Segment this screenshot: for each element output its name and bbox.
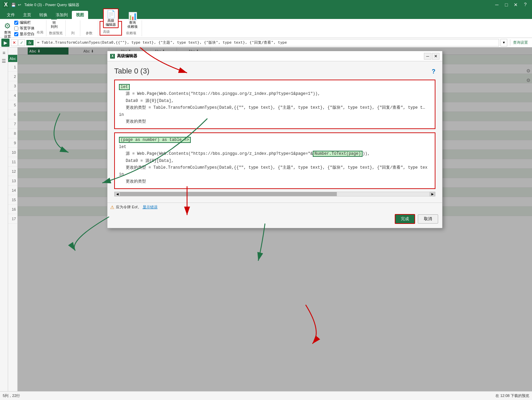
- status-text: 应为令牌 Eof。: [116, 205, 141, 210]
- row-num-18: 17: [8, 214, 17, 224]
- sidebar-icon-2[interactable]: ☰: [0, 57, 7, 65]
- modal-titlebar-left: X 高级编辑器: [110, 53, 137, 59]
- fx-label: fx: [26, 40, 34, 45]
- app-window: X 💾 ↩ Table 0 (3) - Power Query 编辑器 ─ □ …: [0, 0, 532, 400]
- modal-titlebar-controls: ─ ✕: [424, 53, 439, 60]
- modal-minimize-button[interactable]: ─: [424, 53, 431, 60]
- advanced-editor-button[interactable]: 📄 高级编辑器: [103, 8, 119, 28]
- code-line-data0: Data0 = 源{0}[Data],: [119, 98, 431, 104]
- display-blank-input[interactable]: [14, 32, 18, 36]
- formula-cancel-button[interactable]: ✕: [11, 39, 18, 46]
- help-icon[interactable]: ?: [521, 2, 529, 8]
- ribbon-group-datapreview: ▦ 转到列 数据预览: [46, 20, 66, 36]
- modal-status-bar: ⚠ 应为令牌 Eof。 显示错误: [107, 203, 442, 211]
- advanced-editor-modal: X 高级编辑器 ─ ✕ Table 0 (3) ?: [107, 51, 443, 228]
- mono-font-input[interactable]: [14, 26, 18, 30]
- title-bar-controls: ─ □ ✕ ?: [493, 2, 529, 8]
- ribbon-group-datapreview-items: ▦ 转到列: [49, 11, 63, 29]
- query-settings-button[interactable]: ⚙ 查询设置: [3, 21, 12, 36]
- row-num-15: 14: [8, 186, 17, 195]
- formula-confirm-button[interactable]: ✓: [18, 39, 25, 46]
- scrollbar-thumb[interactable]: [120, 192, 337, 196]
- code-line-let2: let: [119, 144, 431, 150]
- formula-bar: ▶ ✕ ✓ fx ▼ 查询设置: [0, 38, 532, 47]
- code-line-in: in: [119, 111, 431, 118]
- modal-titlebar: X 高级编辑器 ─ ✕: [107, 51, 442, 61]
- formula-bar-btns: ✕ ✓: [11, 39, 25, 46]
- row-num-2: 1: [8, 62, 17, 72]
- row-num-6: 5: [8, 100, 17, 110]
- modal-close-button[interactable]: ✕: [432, 53, 439, 60]
- code-line-source: 源 = Web.Page(Web.Contents("https://bbs.p…: [119, 90, 431, 97]
- done-button[interactable]: 完成: [395, 214, 415, 224]
- ribbon-group-col: 列: [66, 20, 80, 36]
- code-line-source2: 源 = Web.Page(Web.Contents("https://bbs.p…: [119, 150, 427, 157]
- modal-help-icon[interactable]: ?: [432, 68, 435, 75]
- col-group-label: 列: [71, 31, 75, 36]
- ribbon-group-deps-items: 📊 查询依赖项: [126, 11, 139, 29]
- ribbon-group-layout: ⚙ 查询设置 编辑栏 等宽字体 显示空白 布局: [0, 20, 46, 36]
- code-block-2[interactable]: (page as number) as table => let 源 = Web…: [114, 132, 435, 189]
- modal-overlay: X 高级编辑器 ─ ✕ Table 0 (3) ?: [18, 47, 532, 391]
- scrollbar-track[interactable]: [120, 192, 430, 196]
- query-settings-label: 查询设置: [510, 39, 531, 46]
- highlight-number-totext: Number.ToText(page): [313, 151, 363, 157]
- ribbon-group-deps: 📊 查询依赖项 依赖项: [123, 20, 142, 36]
- undo-icon[interactable]: ↩: [18, 3, 21, 7]
- tab-view[interactable]: 视图: [72, 11, 88, 19]
- ribbon-group-advanced: 📄 高级编辑器 高级: [100, 21, 122, 36]
- cancel-button[interactable]: 取消: [418, 214, 438, 224]
- formula-dropdown-button[interactable]: ▼: [500, 39, 507, 46]
- formula-toggle-button[interactable]: ▶: [1, 39, 9, 47]
- ribbon-group-advanced-items: 📄 高级编辑器: [103, 8, 119, 28]
- edit-col-input[interactable]: [14, 21, 18, 25]
- row-num-12: 11: [8, 157, 17, 167]
- scroll-left-button[interactable]: ◀: [115, 192, 120, 196]
- row-num-8: 7: [8, 119, 17, 129]
- formula-input[interactable]: [35, 39, 499, 46]
- tab-file[interactable]: 文件: [3, 11, 19, 19]
- ribbon: ⚙ 查询设置 编辑栏 等宽字体 显示空白 布局 ▦ 转到列 数据预览 列: [0, 19, 532, 38]
- close-button[interactable]: ✕: [512, 2, 520, 8]
- horizontal-scrollbar[interactable]: ◀ ▶: [114, 192, 435, 196]
- row-num-17: 16: [8, 205, 17, 214]
- modal-excel-icon: X: [110, 54, 115, 59]
- title-bar: X 💾 ↩ Table 0 (3) - Power Query 编辑器 ─ □ …: [0, 0, 532, 9]
- ribbon-tabs: 文件 主页 转换 添加列 视图: [0, 9, 532, 19]
- modal-query-title: Table 0 (3): [114, 67, 149, 76]
- quick-save-icon[interactable]: 💾: [11, 3, 16, 7]
- title-bar-left: X 💾 ↩ Table 0 (3) - Power Query 编辑器: [3, 1, 79, 8]
- edit-col-check[interactable]: 编辑栏: [14, 20, 35, 25]
- row-num-7: 6: [8, 110, 17, 119]
- highlight-func: (page as number) as table =>: [119, 137, 191, 143]
- code-line-transform2: 更改的类型 = Table.TransformColumnTypes(Data0…: [119, 164, 427, 171]
- row-num-16: 15: [8, 195, 17, 205]
- row-num-14: 13: [8, 176, 17, 186]
- code-line-func: (page as number) as table =>: [119, 136, 431, 143]
- row-col-info: 5列，22行: [3, 393, 20, 398]
- row-num-1: [8, 47, 17, 55]
- maximize-button[interactable]: □: [502, 2, 510, 8]
- row-num-4: 3: [8, 81, 17, 91]
- mono-font-check[interactable]: 等宽字体: [14, 26, 35, 31]
- code-block-1[interactable]: let 源 = Web.Page(Web.Contents("https://b…: [114, 80, 435, 129]
- code-line-data02: Data0 = 源{0}[Data],: [119, 157, 431, 164]
- minimize-button[interactable]: ─: [493, 2, 501, 8]
- layout-group-label: 布局: [37, 30, 43, 36]
- scroll-right-button[interactable]: ▶: [430, 192, 435, 196]
- row-num-header: Abc: [8, 55, 17, 62]
- to-col-button[interactable]: ▦ 转到列: [49, 11, 59, 29]
- download-info: 在 12:08 下载的预览: [495, 393, 529, 398]
- display-blank-check[interactable]: 显示空白: [14, 31, 35, 37]
- sidebar: ≡ ☰: [0, 47, 8, 391]
- ribbon-group-params: 参数: [80, 20, 98, 36]
- show-error-link[interactable]: 显示错误: [143, 205, 158, 210]
- app-status-bar: 5列，22行 在 12:08 下载的预览: [0, 391, 532, 400]
- excel-icon: X: [3, 1, 9, 8]
- content-area: Abc ⬇ Abc ⬇ Abc ⬇ Abc ⬇ Abc ⬇: [18, 47, 532, 391]
- code-line-let: let: [119, 84, 431, 90]
- sidebar-icon-1[interactable]: ≡: [1, 49, 6, 57]
- advanced-group-label: 高级: [103, 29, 119, 34]
- query-deps-button[interactable]: 📊 查询依赖项: [126, 11, 139, 29]
- tab-home[interactable]: 主页: [19, 11, 35, 19]
